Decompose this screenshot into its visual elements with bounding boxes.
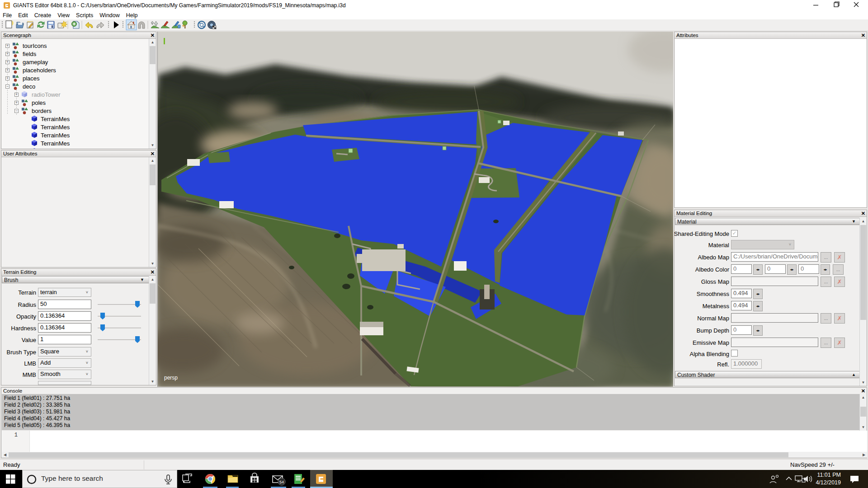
svg-text:54: 54 — [279, 480, 284, 484]
svg-text:persp: persp — [164, 375, 178, 381]
